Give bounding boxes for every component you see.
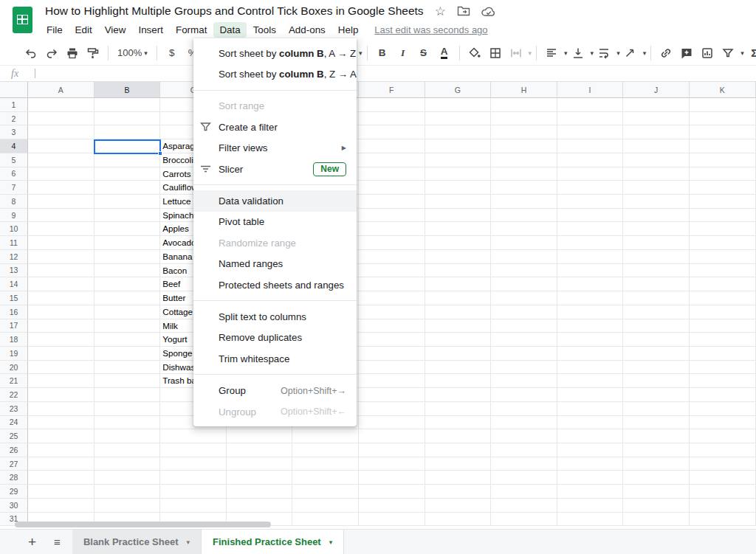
cell-H26[interactable]: [491, 443, 557, 457]
cell-G3[interactable]: [425, 125, 492, 139]
cell-F30[interactable]: [359, 499, 425, 513]
cell-A12[interactable]: [28, 250, 94, 264]
cell-H3[interactable]: [491, 125, 557, 139]
bold-button[interactable]: B: [374, 44, 391, 62]
cell-I14[interactable]: [557, 277, 624, 291]
row-header-22[interactable]: 22: [0, 388, 28, 402]
borders-button[interactable]: [487, 44, 504, 62]
cell-H23[interactable]: [491, 402, 557, 416]
cell-B9[interactable]: [94, 209, 161, 223]
row-header-4[interactable]: 4: [0, 139, 28, 153]
menu-item-sort-sheet-az[interactable]: Sort sheet by column B, A → Z: [193, 43, 357, 63]
cell-I28[interactable]: [557, 471, 624, 485]
cell-H10[interactable]: [491, 222, 557, 236]
cell-F23[interactable]: [359, 402, 425, 416]
cell-A16[interactable]: [28, 305, 94, 319]
cell-J10[interactable]: [623, 222, 690, 236]
cell-E26[interactable]: [292, 443, 359, 457]
cell-I18[interactable]: [557, 333, 624, 347]
chevron-down-icon[interactable]: ▾: [740, 49, 744, 57]
cell-A6[interactable]: [28, 167, 94, 181]
menu-help[interactable]: Help: [332, 22, 365, 38]
cell-A25[interactable]: [28, 429, 94, 443]
cell-F21[interactable]: [359, 374, 425, 388]
cell-H30[interactable]: [491, 499, 557, 513]
cell-F15[interactable]: [359, 291, 425, 305]
cell-B13[interactable]: [94, 264, 161, 278]
cell-B5[interactable]: [94, 153, 161, 167]
cell-G7[interactable]: [425, 181, 492, 195]
document-title[interactable]: How to Highlight Multiple Groups and Con…: [45, 4, 424, 18]
cell-D27[interactable]: [227, 457, 293, 471]
cell-I2[interactable]: [557, 112, 624, 126]
cell-K16[interactable]: [690, 305, 756, 319]
row-header-28[interactable]: 28: [0, 471, 28, 485]
row-header-2[interactable]: 2: [0, 112, 28, 126]
cell-I5[interactable]: [557, 153, 624, 167]
cell-I4[interactable]: [557, 139, 624, 153]
cell-J7[interactable]: [623, 181, 690, 195]
cell-F7[interactable]: [359, 181, 425, 195]
row-header-29[interactable]: 29: [0, 485, 28, 499]
cell-G5[interactable]: [425, 153, 492, 167]
row-header-18[interactable]: 18: [0, 333, 28, 347]
cell-G9[interactable]: [425, 209, 492, 223]
cell-A20[interactable]: [28, 361, 94, 375]
cell-J30[interactable]: [623, 499, 690, 513]
row-header-21[interactable]: 21: [0, 374, 28, 388]
cell-A3[interactable]: [28, 125, 94, 139]
row-header-26[interactable]: 26: [0, 443, 28, 457]
cell-I20[interactable]: [557, 361, 624, 375]
cell-A29[interactable]: [28, 485, 94, 499]
cell-K18[interactable]: [690, 333, 756, 347]
cell-G4[interactable]: [425, 139, 492, 153]
sheets-logo[interactable]: [13, 7, 32, 33]
print-button[interactable]: [63, 44, 81, 62]
cell-K23[interactable]: [690, 402, 756, 416]
menu-item-data-validation[interactable]: Data validation: [193, 190, 357, 211]
cell-J20[interactable]: [623, 361, 690, 375]
cell-H21[interactable]: [491, 374, 557, 388]
row-header-8[interactable]: 8: [0, 195, 28, 209]
row-header-11[interactable]: 11: [0, 236, 28, 250]
cell-H20[interactable]: [491, 361, 557, 375]
row-header-15[interactable]: 15: [0, 291, 28, 305]
menu-edit[interactable]: Edit: [69, 22, 98, 38]
cell-K4[interactable]: [690, 139, 756, 153]
fill-color-button[interactable]: [466, 44, 484, 62]
row-header-6[interactable]: 6: [0, 167, 28, 181]
cell-I6[interactable]: [557, 167, 624, 181]
cell-K5[interactable]: [690, 153, 756, 167]
menu-item-split-text[interactable]: Split text to columns: [193, 306, 357, 327]
cell-J2[interactable]: [623, 112, 690, 126]
menu-item-named-ranges[interactable]: Named ranges: [193, 254, 357, 274]
menu-format[interactable]: Format: [170, 22, 213, 38]
cell-F27[interactable]: [359, 457, 425, 471]
cell-K15[interactable]: [690, 291, 756, 305]
cell-G20[interactable]: [425, 361, 492, 375]
cell-I1[interactable]: [557, 98, 624, 112]
filter-button[interactable]: [719, 44, 737, 62]
cell-H28[interactable]: [491, 471, 557, 485]
menu-file[interactable]: File: [41, 22, 69, 38]
row-header-20[interactable]: 20: [0, 361, 28, 375]
redo-button[interactable]: [43, 44, 61, 62]
cloud-saved-icon[interactable]: [481, 6, 496, 17]
cell-B19[interactable]: [94, 347, 161, 361]
cell-K20[interactable]: [690, 361, 756, 375]
cell-F11[interactable]: [359, 236, 425, 250]
cell-F26[interactable]: [359, 443, 425, 457]
cell-G27[interactable]: [425, 457, 492, 471]
cell-J23[interactable]: [623, 402, 690, 416]
text-rotate-button[interactable]: [622, 44, 639, 62]
cell-G29[interactable]: [425, 485, 492, 499]
text-wrap-button[interactable]: [595, 44, 613, 62]
menu-item-group[interactable]: Group Option+Shift+→: [193, 380, 357, 401]
cell-J18[interactable]: [623, 333, 690, 347]
cell-J28[interactable]: [623, 471, 690, 485]
cell-A11[interactable]: [28, 236, 94, 250]
cell-J3[interactable]: [623, 125, 690, 139]
add-sheet-button[interactable]: +: [28, 535, 36, 549]
functions-button[interactable]: Σ: [746, 44, 756, 62]
cell-I26[interactable]: [557, 443, 624, 457]
